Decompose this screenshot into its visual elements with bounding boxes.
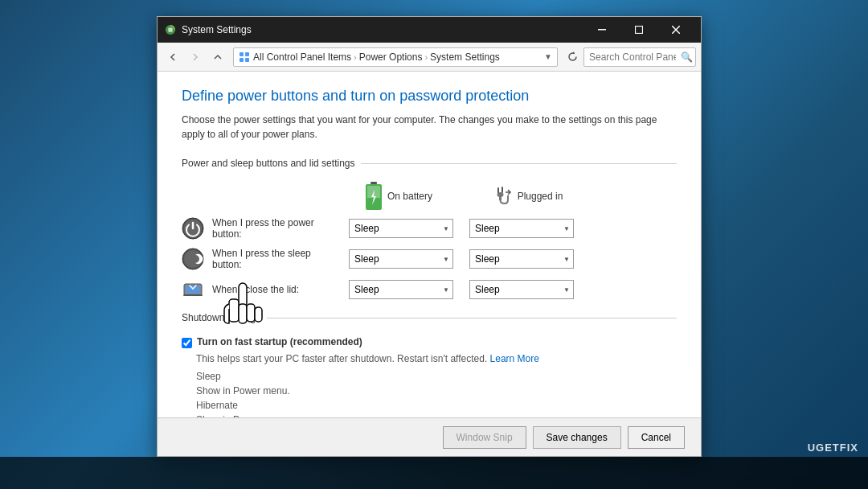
svg-rect-2 (598, 29, 606, 31)
section-divider (361, 163, 677, 164)
shutdown-section-divider (267, 318, 677, 318)
window-title: System Settings (182, 24, 583, 35)
svg-rect-6 (240, 52, 244, 56)
plugged-icon (492, 186, 513, 207)
address-dropdown-button[interactable]: ▼ (544, 52, 552, 61)
lid-label: When I close the lid: (212, 284, 341, 295)
power-plugged-select[interactable]: Sleep Do nothing Hibernate Shut down (469, 219, 574, 238)
sleep-plugged-select-wrapper[interactable]: Sleep Do nothing Hibernate Shut down (469, 249, 574, 269)
power-plugged-select-wrapper[interactable]: Sleep Do nothing Hibernate Shut down (469, 219, 574, 238)
lid-plugged-select[interactable]: Sleep Do nothing Hibernate Shut down (469, 280, 574, 299)
cancel-button[interactable]: Cancel (628, 426, 685, 449)
svg-rect-10 (371, 182, 377, 184)
address-sep1: › (354, 52, 357, 62)
sleep-button-label: When I press the sleep button: (212, 248, 341, 270)
fast-startup-checkbox[interactable] (182, 338, 192, 348)
shutdown-section-header: Shutdown settings (182, 312, 677, 323)
nav-bar: All Control Panel Items › Power Options … (158, 43, 701, 72)
search-input[interactable] (583, 47, 696, 67)
plugged-column-label: Plugged in (518, 191, 563, 202)
power-button-icon (182, 217, 204, 240)
sleep-battery-select-wrapper[interactable]: Sleep Do nothing Hibernate Shut down (349, 249, 453, 269)
window-icon (164, 23, 177, 36)
title-bar: System Settings (158, 17, 701, 43)
lid-plugged-select-wrapper[interactable]: Sleep Do nothing Hibernate Shut down (469, 280, 574, 299)
svg-rect-3 (636, 27, 643, 34)
watermark: UGETFIX (808, 442, 858, 454)
address-section: Power Options (359, 51, 423, 63)
close-button[interactable] (657, 17, 694, 43)
power-sleep-section-header: Power and sleep buttons and lid settings (182, 158, 677, 169)
sleep-sub-item: Sleep (196, 371, 677, 382)
plugged-column-header: Plugged in (471, 182, 583, 211)
search-wrapper[interactable]: 🔍 (583, 47, 696, 67)
minimize-button[interactable] (583, 17, 620, 43)
sleep-sub-desc: Show in Power menu. (196, 385, 677, 397)
shutdown-section-label: Shutdown settings (182, 312, 260, 323)
sleep-plugged-select[interactable]: Sleep Do nothing Hibernate Shut down (469, 249, 574, 269)
back-button[interactable] (162, 47, 183, 68)
up-button[interactable] (207, 47, 228, 68)
taskbar (0, 457, 868, 489)
svg-rect-7 (245, 52, 249, 56)
svg-rect-22 (186, 286, 200, 294)
window-controls (583, 17, 694, 43)
svg-rect-9 (245, 58, 249, 62)
content-area: Define power buttons and turn on passwor… (158, 72, 701, 417)
svg-rect-23 (183, 294, 203, 296)
fast-startup-row: Turn on fast startup (recommended) (182, 336, 677, 348)
system-settings-window: System Settings (157, 16, 702, 457)
save-changes-button[interactable]: Save changes (533, 426, 621, 449)
refresh-button[interactable] (563, 47, 582, 67)
page-description: Choose the power settings that you want … (182, 113, 677, 142)
address-sep2: › (424, 52, 428, 62)
address-root: All Control Panel Items (253, 51, 351, 63)
column-headers: On battery Plugged in (342, 182, 677, 211)
lid-battery-select[interactable]: Sleep Do nothing Hibernate Shut down (349, 280, 453, 299)
sleep-button-row: When I press the sleep button: Sleep Do … (182, 248, 677, 270)
lid-battery-select-wrapper[interactable]: Sleep Do nothing Hibernate Shut down (349, 280, 453, 299)
shutdown-section: Shutdown settings Turn on fast startup (… (182, 312, 677, 417)
maximize-button[interactable] (620, 17, 657, 43)
power-sleep-section-label: Power and sleep buttons and lid settings (182, 158, 354, 169)
lid-selects: Sleep Do nothing Hibernate Shut down Sle… (349, 280, 574, 299)
power-button-row: When I press the power button: Sleep Do … (182, 217, 677, 240)
address-bar[interactable]: All Control Panel Items › Power Options … (233, 47, 558, 67)
svg-rect-8 (240, 58, 244, 62)
search-icon[interactable]: 🔍 (681, 51, 693, 63)
fast-startup-label: Turn on fast startup (recommended) (197, 336, 362, 347)
control-panel-icon (239, 51, 250, 63)
lid-icon (182, 278, 204, 301)
svg-point-20 (184, 250, 202, 268)
forward-button[interactable] (185, 47, 206, 68)
power-button-label: When I press the power button: (212, 217, 341, 240)
battery-column-header: On battery (342, 182, 455, 211)
sleep-button-selects: Sleep Do nothing Hibernate Shut down Sle… (349, 249, 574, 269)
battery-column-label: On battery (387, 191, 432, 202)
page-title: Define power buttons and turn on passwor… (182, 88, 677, 105)
address-current: System Settings (430, 51, 500, 63)
footer: Window Snip Save changes Cancel (158, 417, 701, 456)
fast-startup-desc: This helps start your PC faster after sh… (196, 353, 677, 364)
svg-rect-1 (168, 27, 172, 31)
lid-row: When I close the lid: Sleep Do nothing H… (182, 278, 677, 301)
power-battery-select[interactable]: Sleep Do nothing Hibernate Shut down (349, 219, 453, 238)
power-battery-select-wrapper[interactable]: Sleep Do nothing Hibernate Shut down (349, 219, 453, 238)
battery-icon (365, 182, 383, 211)
window-snip-button[interactable]: Window Snip (443, 426, 526, 449)
power-button-selects: Sleep Do nothing Hibernate Shut down Sle… (349, 219, 574, 238)
hibernate-sub-item: Hibernate (196, 400, 677, 411)
sleep-battery-select[interactable]: Sleep Do nothing Hibernate Shut down (349, 249, 453, 269)
learn-more-link[interactable]: Learn More (490, 353, 539, 364)
sleep-button-icon (182, 248, 204, 270)
svg-rect-15 (499, 196, 502, 200)
